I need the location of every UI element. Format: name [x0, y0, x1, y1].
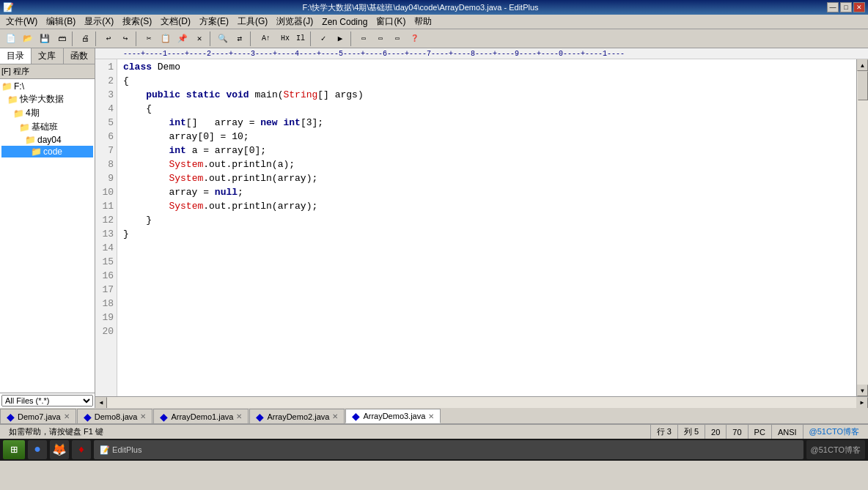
- menu-window[interactable]: 窗口(K): [372, 14, 410, 29]
- tab-dot-icon: ◆: [84, 412, 92, 422]
- taskbar-app4[interactable]: ♦: [72, 440, 91, 459]
- file-type-select[interactable]: All Files (*.*): [1, 395, 93, 407]
- menu-doc[interactable]: 文档(D): [156, 14, 195, 29]
- toolbar-search[interactable]: 🔍: [215, 31, 231, 47]
- line-numbers: 1234567891011121314151617181920: [95, 59, 117, 396]
- toolbar-open[interactable]: 📂: [20, 31, 36, 47]
- tray-brand: @51CTO博客: [811, 445, 861, 456]
- scroll-thumb[interactable]: [858, 71, 868, 100]
- tree-item-code[interactable]: 📁 code: [1, 146, 93, 157]
- vertical-scrollbar[interactable]: ▲ ▼: [856, 59, 868, 396]
- line-number: 10: [95, 185, 114, 199]
- sidebar-tab-dir[interactable]: 目录: [0, 48, 32, 64]
- tab-dot-icon: ◆: [7, 412, 15, 422]
- code-line: {: [123, 74, 856, 88]
- toolbar-paste[interactable]: 📌: [174, 31, 191, 47]
- tree-label-code: code: [43, 146, 62, 157]
- toolbar-il[interactable]: Il: [293, 31, 308, 47]
- sidebar-filter-label: [F] 程序: [0, 64, 95, 79]
- scroll-track[interactable]: [857, 71, 868, 385]
- line-number: 17: [95, 283, 114, 297]
- scroll-right-button[interactable]: ▶: [856, 397, 868, 409]
- title-bar: 📝 F:\快学大数据\4期\基础班\day04\code\ArrayDemo3.…: [0, 0, 868, 15]
- taskbar: ⊞ ● 🦊 ♦ 📝 EditPlus @51CTO博客: [0, 439, 868, 461]
- toolbar-undo[interactable]: ↩: [100, 31, 117, 47]
- tab-label: ArrayDemo2.java: [267, 412, 329, 421]
- tab-close-icon[interactable]: ✕: [64, 412, 70, 420]
- scroll-left-button[interactable]: ◀: [95, 397, 107, 409]
- toolbar-b1[interactable]: ▭: [356, 31, 372, 47]
- scroll-down-button[interactable]: ▼: [857, 385, 868, 396]
- toolbar-hx[interactable]: Hx: [278, 31, 293, 47]
- toolbar-cut[interactable]: ✂: [141, 31, 157, 47]
- taskbar-chrome[interactable]: ●: [28, 440, 47, 459]
- tree-item-drive[interactable]: 📁 F:\: [1, 81, 93, 92]
- toolbar-copy[interactable]: 📋: [158, 31, 174, 47]
- toolbar-new[interactable]: 📄: [3, 31, 19, 47]
- code-content[interactable]: class Demo{ public static void main(Stri…: [117, 59, 856, 396]
- toolbar-check[interactable]: ✓: [315, 31, 331, 47]
- tab-close-icon[interactable]: ✕: [140, 412, 146, 420]
- menu-project[interactable]: 方案(E): [195, 14, 233, 29]
- tab-close-icon[interactable]: ✕: [428, 412, 434, 420]
- sidebar-tree: 📁 F:\ 📁 快学大数据 📁 4期 📁 基础班 📁 day04 📁 c: [0, 79, 95, 393]
- code-line: }: [123, 227, 856, 241]
- toolbar-b4[interactable]: ❓: [406, 31, 422, 47]
- tree-icon-jichu: 📁: [19, 122, 30, 133]
- file-tab-0[interactable]: ◆Demo7.java✕: [0, 409, 76, 423]
- menu-zen[interactable]: Zen Coding: [317, 15, 372, 29]
- toolbar-redo[interactable]: ↪: [117, 31, 133, 47]
- horizontal-scrollbar[interactable]: ◀ ▶: [95, 396, 868, 408]
- tree-item-day04[interactable]: 📁 day04: [1, 134, 93, 146]
- toolbar-print[interactable]: 🖨: [77, 31, 93, 47]
- toolbar-b3[interactable]: ▭: [389, 31, 405, 47]
- tree-item-kuaixue[interactable]: 📁 快学大数据: [1, 92, 93, 106]
- toolbar-delete[interactable]: ✕: [191, 31, 207, 47]
- scroll-up-button[interactable]: ▲: [857, 59, 868, 71]
- minimize-button[interactable]: —: [827, 2, 839, 12]
- toolbar-run[interactable]: ▶: [332, 31, 348, 47]
- h-scroll-track[interactable]: [107, 397, 856, 409]
- main-area: 目录 文库 函数 [F] 程序 📁 F:\ 📁 快学大数据 📁 4期 📁 基础班: [0, 48, 868, 408]
- toolbar-save-all[interactable]: 🗃: [54, 31, 70, 47]
- maximize-button[interactable]: □: [840, 2, 852, 12]
- tab-label: Demo8.java: [95, 412, 138, 421]
- file-tab-2[interactable]: ◆ArrayDemo1.java✕: [153, 409, 249, 423]
- tab-close-icon[interactable]: ✕: [332, 412, 338, 420]
- sidebar-file-filter[interactable]: All Files (*.*): [0, 393, 95, 408]
- menu-bar: 文件(W) 编辑(B) 显示(X) 搜索(S) 文档(D) 方案(E) 工具(G…: [0, 15, 868, 29]
- line-number: 19: [95, 311, 114, 324]
- window-title: F:\快学大数据\4期\基础班\day04\code\ArrayDemo3.ja…: [14, 2, 827, 13]
- toolbar-b2[interactable]: ▭: [372, 31, 389, 47]
- menu-help[interactable]: 帮助: [410, 14, 436, 29]
- sep3: [136, 31, 139, 46]
- toolbar-replace[interactable]: ⇄: [232, 31, 248, 47]
- tree-item-4qi[interactable]: 📁 4期: [1, 106, 93, 120]
- toolbar-font-size[interactable]: A↑: [255, 31, 277, 47]
- file-tab-3[interactable]: ◆ArrayDemo2.java✕: [249, 409, 345, 423]
- code-editor: 1234567891011121314151617181920 class De…: [95, 59, 868, 396]
- menu-view[interactable]: 显示(X): [80, 14, 118, 29]
- sep6: [310, 31, 313, 46]
- tree-item-jichu[interactable]: 📁 基础班: [1, 120, 93, 134]
- line-number: 15: [95, 255, 114, 269]
- toolbar-save[interactable]: 💾: [37, 31, 53, 47]
- taskbar-firefox[interactable]: 🦊: [50, 440, 69, 459]
- menu-browser[interactable]: 浏览器(J): [272, 14, 317, 29]
- code-line: array = null;: [123, 185, 856, 199]
- file-tab-1[interactable]: ◆Demo8.java✕: [77, 409, 153, 423]
- line-number: 14: [95, 241, 114, 255]
- menu-file[interactable]: 文件(W): [1, 14, 42, 29]
- file-tab-4[interactable]: ◆ArrayDemo3.java✕: [345, 409, 441, 423]
- tab-close-icon[interactable]: ✕: [236, 412, 242, 420]
- menu-edit[interactable]: 编辑(B): [42, 14, 80, 29]
- line-number: 4: [95, 102, 114, 116]
- close-button[interactable]: ✕: [853, 2, 865, 12]
- menu-search[interactable]: 搜索(S): [118, 14, 156, 29]
- code-line: }: [123, 213, 856, 227]
- menu-tools[interactable]: 工具(G): [233, 14, 272, 29]
- taskbar-editplus[interactable]: 📝 EditPlus: [94, 440, 803, 459]
- sidebar-tab-func[interactable]: 函数: [64, 48, 95, 64]
- start-button[interactable]: ⊞: [3, 440, 25, 459]
- sidebar-tab-lib[interactable]: 文库: [32, 48, 63, 64]
